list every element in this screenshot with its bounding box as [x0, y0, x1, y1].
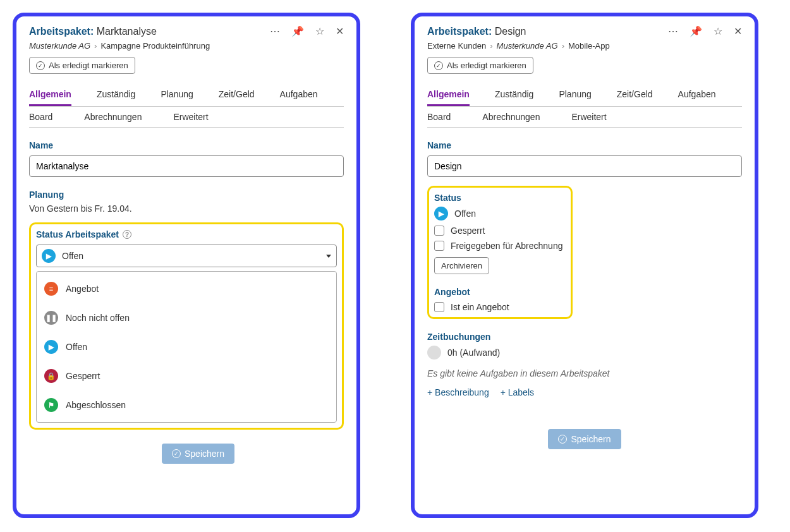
mark-done-button[interactable]: ✓ Als erledigt markieren — [427, 57, 533, 74]
breadcrumb-item[interactable]: Mobile-App — [568, 41, 610, 51]
status-option-angebot[interactable]: ≡ Angebot — [37, 274, 336, 303]
status-selected: Offen — [62, 251, 83, 261]
mark-done-label: Als erledigt markieren — [447, 61, 526, 70]
bars-icon: ≡ — [44, 282, 58, 296]
header: Arbeitspaket: Marktanalyse ⋯ 📌 ☆ ✕ — [29, 25, 344, 37]
name-input[interactable] — [29, 155, 344, 177]
checkbox-ist-angebot[interactable]: Ist ein Angebot — [434, 302, 566, 312]
option-label: Offen — [66, 342, 87, 352]
planung-label: Planung — [29, 190, 344, 200]
header-actions: ⋯ 📌 ☆ ✕ — [270, 25, 344, 37]
zeit-value: 0h (Aufwand) — [447, 348, 500, 358]
title-prefix: Arbeitspaket: — [29, 26, 94, 37]
tab-aufgaben[interactable]: Aufgaben — [678, 84, 716, 106]
check-circle-icon: ✓ — [434, 61, 443, 70]
breadcrumb-item[interactable]: Kampagne Produkteinführung — [100, 41, 210, 51]
breadcrumb-item[interactable]: Musterkunde AG — [29, 41, 90, 51]
checkbox-freigegeben[interactable]: Freigegeben für Abrechnung — [434, 241, 566, 251]
archive-button[interactable]: Archivieren — [434, 257, 489, 274]
breadcrumb: Externe Kunden › Musterkunde AG › Mobile… — [427, 41, 742, 51]
name-input[interactable] — [427, 155, 742, 177]
more-icon[interactable]: ⋯ — [668, 25, 678, 37]
status-option-offen[interactable]: ▶ Offen — [37, 332, 336, 361]
tab-zeit-geld[interactable]: Zeit/Geld — [219, 84, 255, 106]
checkbox-icon — [434, 302, 444, 312]
help-icon[interactable]: ? — [123, 230, 131, 239]
mark-done-button[interactable]: ✓ Als erledigt markieren — [29, 57, 135, 74]
tab-zeit-geld[interactable]: Zeit/Geld — [617, 84, 653, 106]
checkbox-icon — [434, 241, 444, 251]
flag-icon: ⚑ — [44, 398, 58, 412]
title-value: Marktanalyse — [97, 26, 157, 37]
tab-aufgaben[interactable]: Aufgaben — [280, 84, 318, 106]
tab-zustaendig[interactable]: Zuständig — [495, 84, 533, 106]
add-labels-link[interactable]: + Labels — [501, 387, 534, 397]
angebot-label: Angebot — [434, 287, 566, 297]
status-highlight: Status ▶ Offen Gesperrt Freigegeben für … — [427, 186, 573, 319]
tab-erweitert[interactable]: Erweitert — [571, 107, 606, 127]
save-button[interactable]: ✓ Speichern — [548, 429, 621, 449]
tab-zustaendig[interactable]: Zuständig — [97, 84, 135, 106]
option-label: Gesperrt — [66, 371, 100, 381]
tab-planung[interactable]: Planung — [161, 84, 193, 106]
status-value: Offen — [454, 209, 476, 219]
star-icon[interactable]: ☆ — [315, 25, 324, 37]
status-label: Status Arbeitspaket ? — [36, 229, 337, 239]
chevron-right-icon: › — [490, 41, 492, 51]
check-circle-icon: ✓ — [36, 61, 45, 70]
status-option-noch-nicht-offen[interactable]: ❚❚ Noch nicht offen — [37, 303, 336, 332]
pin-icon[interactable]: 📌 — [291, 25, 304, 37]
check-circle-icon: ✓ — [558, 435, 567, 444]
status-option-gesperrt[interactable]: 🔒 Gesperrt — [37, 361, 336, 390]
tab-allgemein[interactable]: Allgemein — [427, 84, 470, 106]
option-label: Angebot — [66, 284, 99, 294]
planung-value: Von Gestern bis Fr. 19.04. — [29, 203, 344, 214]
pause-icon: ❚❚ — [44, 311, 58, 325]
mark-done-label: Als erledigt markieren — [49, 61, 128, 70]
add-description-link[interactable]: + Beschreibung — [427, 387, 489, 397]
checkbox-label: Ist ein Angebot — [451, 302, 509, 312]
tab-board[interactable]: Board — [427, 107, 451, 127]
title: Arbeitspaket: Design — [427, 26, 526, 37]
add-links: + Beschreibung + Labels — [427, 387, 742, 397]
save-label: Speichern — [185, 449, 224, 459]
lock-icon: 🔒 — [44, 369, 58, 383]
tab-allgemein[interactable]: Allgemein — [29, 84, 71, 106]
tab-abrechnungen[interactable]: Abrechnungen — [482, 107, 540, 127]
header-actions: ⋯ 📌 ☆ ✕ — [668, 25, 742, 37]
chevron-right-icon: › — [94, 41, 97, 51]
tab-erweitert[interactable]: Erweitert — [173, 107, 208, 127]
breadcrumb-item[interactable]: Musterkunde AG — [497, 41, 558, 51]
no-tasks-note: Es gibt keine Aufgaben in diesem Arbeits… — [427, 368, 742, 378]
checkbox-label: Freigegeben für Abrechnung — [451, 241, 562, 251]
tabs-secondary: Board Abrechnungen Erweitert — [427, 107, 742, 128]
panel-right: Arbeitspaket: Design ⋯ 📌 ☆ ✕ Externe Kun… — [411, 13, 758, 518]
dot-icon — [427, 346, 441, 360]
status-label: Status — [434, 193, 566, 203]
status-option-abgeschlossen[interactable]: ⚑ Abgeschlossen — [37, 390, 336, 420]
save-button[interactable]: ✓ Speichern — [162, 444, 234, 464]
tab-abrechnungen[interactable]: Abrechnungen — [84, 107, 142, 127]
close-icon[interactable]: ✕ — [734, 25, 742, 37]
title: Arbeitspaket: Marktanalyse — [29, 26, 157, 37]
tab-board[interactable]: Board — [29, 107, 52, 127]
close-icon[interactable]: ✕ — [336, 25, 344, 37]
checkbox-icon — [434, 226, 444, 236]
option-label: Abgeschlossen — [66, 400, 126, 410]
check-circle-icon: ✓ — [172, 449, 181, 458]
name-label: Name — [29, 140, 344, 150]
star-icon[interactable]: ☆ — [714, 25, 722, 37]
more-icon[interactable]: ⋯ — [270, 25, 280, 37]
status-open-row: ▶ Offen — [434, 207, 566, 221]
checkbox-gesperrt[interactable]: Gesperrt — [434, 226, 566, 236]
name-label: Name — [427, 140, 742, 150]
status-dropdown: ≡ Angebot ❚❚ Noch nicht offen ▶ Offen 🔒 … — [36, 271, 337, 423]
header: Arbeitspaket: Design ⋯ 📌 ☆ ✕ — [427, 25, 742, 37]
chevron-right-icon: › — [562, 41, 564, 51]
tabs-primary: Allgemein Zuständig Planung Zeit/Geld Au… — [29, 84, 344, 107]
pin-icon[interactable]: 📌 — [690, 25, 702, 37]
play-icon: ▶ — [42, 249, 56, 263]
tab-planung[interactable]: Planung — [559, 84, 591, 106]
breadcrumb-item[interactable]: Externe Kunden — [427, 41, 486, 51]
status-select[interactable]: ▶ Offen — [36, 245, 337, 267]
